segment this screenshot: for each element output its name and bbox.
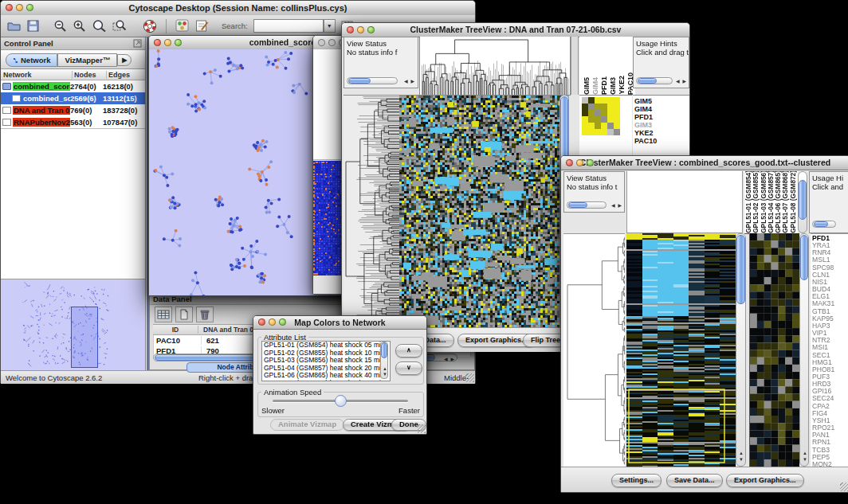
column-label[interactable]: GIM3 [609, 77, 618, 95]
scroll-arrows[interactable]: ◀ ▶ [404, 78, 415, 84]
scroll-thumb[interactable] [381, 342, 387, 358]
network-row[interactable]: DNA and Tran 07 769(0) 183728(0) [1, 104, 145, 116]
tv1-status-scrollbar[interactable] [347, 77, 398, 84]
treeview-button[interactable]: Save Data... [666, 474, 723, 487]
zoom-fit-icon[interactable] [92, 19, 107, 33]
col-network[interactable]: Network [1, 71, 73, 79]
minimize-button[interactable] [357, 26, 364, 33]
node-grid-icon[interactable] [175, 19, 190, 33]
zoom-in-icon[interactable] [73, 19, 86, 33]
zoom-button[interactable] [279, 318, 286, 326]
minimize-button[interactable] [576, 159, 583, 166]
search-dropdown-button[interactable]: ▼ [324, 19, 336, 33]
treeview2-title-bar[interactable]: ClusterMaker TreeView : combined_scores_… [561, 156, 848, 170]
network-row[interactable]: combined_scores_ 2764(0) 16218(0) [1, 80, 145, 92]
minimize-button[interactable] [328, 39, 336, 46]
dialog-button[interactable]: Animate Vizmap [270, 419, 344, 431]
tv2-labels-vscrollbar[interactable] [798, 171, 807, 233]
control-panel-tab[interactable]: VizMapper™ [57, 53, 117, 67]
zoom-selected-icon[interactable] [112, 19, 127, 33]
close-button[interactable] [318, 39, 325, 46]
zoom-button[interactable] [587, 159, 594, 166]
window-controls[interactable] [6, 4, 33, 11]
tv2-heatmap-vscrollbar[interactable]: ▲▼ [736, 233, 746, 467]
open-file-icon[interactable] [7, 20, 22, 33]
tv2-column-tree-area[interactable] [626, 171, 743, 233]
zoom-button[interactable] [175, 39, 182, 46]
scroll-arrows[interactable]: ▲▼ [383, 366, 387, 377]
minimize-button[interactable] [164, 39, 171, 46]
help-lifering-icon[interactable] [143, 19, 157, 33]
resize-grip[interactable] [417, 424, 426, 433]
row-label[interactable]: PAC10 [634, 137, 689, 145]
col-nodes[interactable]: Nodes [73, 71, 107, 79]
zoom-button[interactable] [367, 26, 375, 33]
column-label[interactable]: GPL51-08 (GSM872) [790, 171, 797, 233]
close-button[interactable] [258, 318, 265, 326]
close-button[interactable] [6, 4, 13, 11]
control-panel-tab[interactable]: ▶ [117, 54, 132, 66]
zoom-button[interactable] [26, 4, 33, 11]
window-controls[interactable] [258, 318, 286, 326]
main-title-bar[interactable]: Cytoscape Desktop (Session Name: collins… [1, 1, 475, 16]
delete-attribute-icon[interactable] [196, 307, 214, 322]
scroll-thumb[interactable] [736, 235, 745, 304]
speed-slider-thumb[interactable] [335, 395, 347, 407]
attribute-select-icon[interactable] [155, 307, 172, 322]
zoom-out-icon[interactable] [53, 19, 67, 33]
scroll-thumb[interactable] [799, 180, 807, 220]
data-col-id[interactable]: ID [153, 326, 198, 334]
close-button[interactable] [566, 159, 573, 166]
scroll-thumb[interactable] [638, 78, 657, 84]
close-button[interactable] [154, 39, 161, 46]
control-panel-tab[interactable]: Network [6, 53, 57, 67]
annotation-icon[interactable] [195, 19, 209, 33]
close-button[interactable] [347, 26, 354, 33]
column-label[interactable]: YKE2 [618, 76, 626, 95]
row-label[interactable]: GIM4 [634, 105, 689, 113]
dialog-title-bar[interactable]: Map Colors to Network [253, 316, 426, 330]
column-label[interactable]: GPL51-02 (GSM855) [752, 171, 760, 233]
move-down-button[interactable]: ∨ [395, 361, 422, 375]
tv2-row-dendrogram[interactable] [563, 233, 625, 467]
column-label[interactable]: GIM4 [591, 77, 600, 95]
tv2-heatmap[interactable] [626, 233, 736, 467]
treeview-button[interactable]: Settings... [611, 474, 662, 487]
row-label[interactable]: PFD1 [634, 113, 689, 121]
column-label[interactable]: PFD1 [600, 76, 609, 95]
tv1-row-dendrogram[interactable] [344, 95, 399, 328]
attribute-list-item[interactable]: GPL51-07 (GSM868) heat shock 60 min [262, 380, 390, 382]
col-edges[interactable]: Edges [107, 71, 145, 79]
tv1-summary-heatmap[interactable] [582, 97, 620, 135]
tv1-heatmap[interactable] [399, 95, 569, 328]
column-label[interactable]: GIM5 [583, 77, 591, 95]
tv1-hints-scrollbar[interactable] [636, 77, 673, 84]
network-overview-canvas[interactable] [9, 280, 138, 369]
attribute-list[interactable]: GPL51-01 (GSM854) heat shock 05 minGPL51… [261, 341, 391, 381]
resize-grip[interactable] [840, 483, 848, 491]
scroll-arrows[interactable]: ▲▼ [739, 451, 744, 463]
window-controls[interactable] [347, 26, 375, 33]
minimize-button[interactable] [16, 4, 23, 11]
float-panel-icon[interactable] [133, 39, 142, 48]
tv2-status-scrollbar[interactable] [567, 201, 607, 209]
treeview1-title-bar[interactable]: ClusterMaker TreeView : DNA and Tran 07-… [342, 23, 689, 37]
minimize-button[interactable] [269, 318, 276, 326]
move-up-button[interactable]: ∧ [395, 344, 422, 357]
network-overview-panel[interactable] [1, 279, 145, 370]
search-input[interactable] [253, 19, 324, 33]
attribute-list-scrollbar[interactable]: ▲▼ [380, 342, 388, 379]
scroll-arrows[interactable]: ◀ ▶ [444, 356, 455, 361]
scroll-arrows[interactable]: ◀ ▶ [611, 202, 622, 208]
scroll-arrows[interactable]: ▲▼ [803, 451, 807, 463]
new-attribute-icon[interactable] [175, 307, 193, 322]
window-controls[interactable] [566, 159, 594, 166]
save-icon[interactable] [27, 20, 39, 32]
scroll-thumb[interactable] [814, 221, 828, 227]
tv2-detail-heatmap[interactable] [749, 233, 799, 467]
row-label[interactable]: GIM3 [634, 121, 689, 129]
scroll-thumb[interactable] [348, 78, 371, 84]
treeview-button[interactable]: Export Graphics... [726, 474, 804, 487]
row-label[interactable]: YKE2 [634, 129, 689, 137]
scroll-thumb[interactable] [568, 202, 587, 208]
